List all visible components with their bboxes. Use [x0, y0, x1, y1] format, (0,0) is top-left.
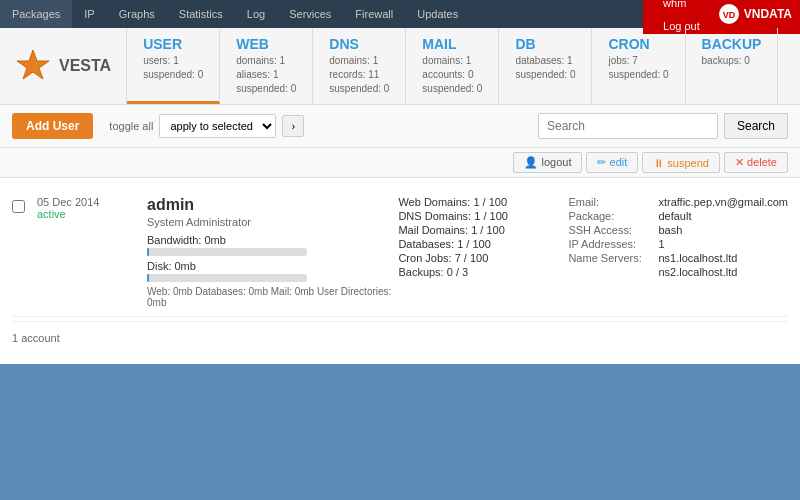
suspend-icon: ⏸: [653, 157, 664, 169]
nav-log[interactable]: Log: [235, 0, 277, 28]
apply-to-selected-dropdown[interactable]: apply to selected: [159, 114, 276, 138]
domains-column: Web Domains: 1 / 100 DNS Domains: 1 / 10…: [398, 196, 548, 280]
module-web-name: WEB: [236, 36, 296, 52]
nav-graphs[interactable]: Graphs: [107, 0, 167, 28]
domain-cron-value: 7 / 100: [455, 252, 489, 264]
modules-bar: USER users: 1 suspended: 0 WEB domains: …: [127, 28, 778, 104]
detail-ns-label: Name Servers:: [568, 252, 658, 264]
module-dns-name: DNS: [329, 36, 389, 52]
domain-databases-value: 1 / 100: [457, 238, 491, 250]
module-db-stat1: databases: 1: [515, 54, 575, 68]
whm-link[interactable]: whm: [651, 0, 712, 9]
domain-databases-label: Databases:: [398, 238, 454, 250]
detail-ip-value: 1: [658, 238, 664, 250]
search-button[interactable]: Search: [724, 113, 788, 139]
bandwidth-row: Bandwidth: 0mb: [147, 234, 398, 256]
domain-cron: Cron Jobs: 7 / 100: [398, 252, 548, 264]
module-cron[interactable]: CRON jobs: 7 suspended: 0: [592, 28, 685, 104]
disk-label: Disk: 0mb: [147, 260, 398, 272]
domain-backups-label: Backups:: [398, 266, 443, 278]
module-mail[interactable]: MAIL domains: 1 accounts: 0 suspended: 0: [406, 28, 499, 104]
domain-web-value: 1 / 100: [473, 196, 507, 208]
user-info: admin System Administrator Bandwidth: 0m…: [147, 196, 398, 308]
suspend-label: suspend: [667, 157, 709, 169]
delete-icon: ✕: [735, 156, 744, 168]
detail-ns1-value: ns1.localhost.ltd: [658, 252, 737, 264]
module-user-stat2: suspended: 0: [143, 68, 203, 82]
module-backup-stat1: backups: 0: [702, 54, 762, 68]
user-checkbox[interactable]: [12, 200, 25, 213]
domain-backups: Backups: 0 / 3: [398, 266, 548, 278]
details-column: Email: xtraffic.pep.vn@gmail.com Package…: [568, 196, 788, 280]
edit-icon: ✏: [597, 156, 606, 168]
disk-progress-bar: [147, 274, 307, 282]
delete-button[interactable]: ✕ delete: [724, 152, 788, 173]
vesta-logo-text: VESTA: [59, 57, 111, 75]
module-cron-name: CRON: [608, 36, 668, 52]
nav-packages[interactable]: Packages: [0, 0, 72, 28]
detail-ssh: SSH Access: bash: [568, 224, 788, 236]
vesta-star-icon: [15, 48, 51, 84]
domain-web: Web Domains: 1 / 100: [398, 196, 548, 208]
domain-dns-label: DNS Domains:: [398, 210, 471, 222]
add-user-button[interactable]: Add User: [12, 113, 93, 139]
module-web[interactable]: WEB domains: 1 aliases: 1 suspended: 0: [220, 28, 313, 104]
detail-package-label: Package:: [568, 210, 658, 222]
vesta-logo: VESTA: [15, 48, 111, 84]
module-user-stat1: users: 1: [143, 54, 203, 68]
user-resources: Web: 0mb Databases: 0mb Mail: 0mb User D…: [147, 286, 398, 308]
nav-ip[interactable]: IP: [72, 0, 106, 28]
module-user[interactable]: USER users: 1 suspended: 0: [127, 28, 220, 104]
logout-icon: 👤: [524, 156, 538, 168]
module-dns[interactable]: DNS domains: 1 records: 11 suspended: 0: [313, 28, 406, 104]
logo-area: VESTA: [0, 28, 127, 104]
action-bar: 👤 logout ✏ edit ⏸ suspend ✕ delete: [0, 148, 800, 178]
module-db-stat2: suspended: 0: [515, 68, 575, 82]
bandwidth-label: Bandwidth: 0mb: [147, 234, 398, 246]
detail-ssh-value: bash: [658, 224, 682, 236]
module-backup-name: BACKUP: [702, 36, 762, 52]
disk-row: Disk: 0mb: [147, 260, 398, 282]
domain-mail: Mail Domains: 1 / 100: [398, 224, 548, 236]
domain-dns: DNS Domains: 1 / 100: [398, 210, 548, 222]
bandwidth-progress-fill: [147, 248, 149, 256]
module-user-name: USER: [143, 36, 203, 52]
user-role: System Administrator: [147, 216, 398, 228]
vndata-label: VNDATA: [744, 7, 792, 21]
toolbar: Add User toggle all apply to selected › …: [0, 105, 800, 148]
suspend-button[interactable]: ⏸ suspend: [642, 152, 720, 173]
content-area: 05 Dec 2014 active admin System Administ…: [0, 178, 800, 364]
domain-dns-value: 1 / 100: [474, 210, 508, 222]
bandwidth-progress-bar: [147, 248, 307, 256]
detail-package: Package: default: [568, 210, 788, 222]
detail-ip-label: IP Addresses:: [568, 238, 658, 250]
user-row: 05 Dec 2014 active admin System Administ…: [12, 188, 788, 317]
module-mail-name: MAIL: [422, 36, 482, 52]
nav-firewall[interactable]: Firewall: [343, 0, 405, 28]
module-web-stat3: suspended: 0: [236, 82, 296, 96]
module-web-stat2: aliases: 1: [236, 68, 296, 82]
detail-ns2-value: ns2.localhost.ltd: [658, 266, 737, 278]
edit-button[interactable]: ✏ edit: [586, 152, 638, 173]
edit-label: edit: [610, 156, 628, 168]
apply-arrow-button[interactable]: ›: [282, 115, 304, 137]
detail-ssh-label: SSH Access:: [568, 224, 658, 236]
logout-button[interactable]: 👤 logout: [513, 152, 582, 173]
nav-statistics[interactable]: Statistics: [167, 0, 235, 28]
module-db-name: DB: [515, 36, 575, 52]
toggle-all-label: toggle all: [109, 120, 153, 132]
search-input[interactable]: [538, 113, 718, 139]
module-db[interactable]: DB databases: 1 suspended: 0: [499, 28, 592, 104]
delete-label: delete: [747, 156, 777, 168]
svg-marker-2: [17, 50, 49, 79]
domain-backups-value: 0 / 3: [447, 266, 468, 278]
top-navigation: Packages IP Graphs Statistics Log Servic…: [0, 0, 800, 28]
domain-mail-label: Mail Domains:: [398, 224, 468, 236]
nav-updates[interactable]: Updates: [405, 0, 470, 28]
module-backup[interactable]: BACKUP backups: 0: [686, 28, 779, 104]
domain-databases: Databases: 1 / 100: [398, 238, 548, 250]
module-dns-stat2: records: 11: [329, 68, 389, 82]
vndata-logo-icon: VD: [718, 3, 740, 25]
nav-services[interactable]: Services: [277, 0, 343, 28]
detail-email-label: Email:: [568, 196, 658, 208]
